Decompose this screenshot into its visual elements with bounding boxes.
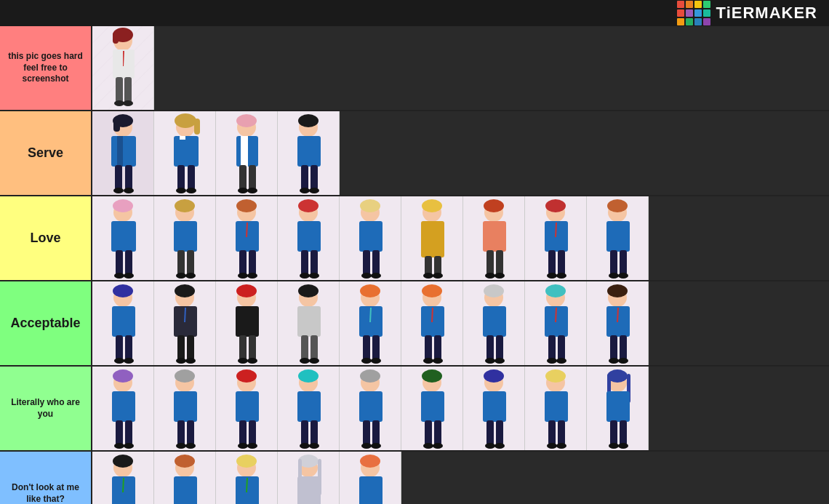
char-c4 [278,281,340,365]
svg-point-277 [113,455,133,468]
svg-rect-253 [486,420,494,445]
char-d8 [525,367,587,450]
svg-rect-71 [239,250,247,275]
header: TiERMAKER [0,0,829,26]
logo-cell [677,18,684,25]
svg-point-77 [298,199,319,212]
svg-rect-119 [606,221,630,252]
svg-point-174 [433,358,443,364]
svg-point-49 [309,188,319,193]
svg-point-211 [175,369,195,383]
char-b2 [154,196,216,280]
svg-rect-63 [187,250,194,275]
svg-rect-287 [174,476,197,504]
svg-rect-212 [174,391,197,422]
svg-point-191 [556,358,566,364]
svg-point-231 [300,443,310,449]
svg-point-32 [186,188,196,193]
svg-rect-55 [125,250,132,275]
svg-point-65 [185,273,196,279]
svg-point-256 [494,443,505,449]
svg-rect-189 [558,335,565,360]
char-d4 [278,367,340,450]
svg-rect-104 [496,250,503,275]
tier-label-e: Don't look at me like that? [0,452,91,504]
svg-point-181 [485,358,495,364]
svg-rect-197 [610,335,617,360]
svg-rect-188 [548,335,556,360]
svg-point-248 [433,443,443,449]
svg-point-11 [123,100,133,106]
svg-rect-171 [425,335,432,360]
svg-rect-129 [125,335,132,360]
logo-cell [677,1,684,8]
svg-point-143 [236,284,257,297]
tiermaker-logo: TiERMAKER [677,1,817,25]
svg-rect-245 [425,420,432,445]
svg-point-60 [175,199,195,212]
char-c5 [340,281,401,365]
tier-row-b: Love [0,196,829,281]
logo-cell [703,9,710,17]
svg-rect-272 [620,420,627,445]
svg-rect-38 [239,165,247,190]
svg-rect-103 [486,250,494,275]
char-b6 [401,196,463,280]
svg-point-114 [547,273,557,279]
char-a2 [154,111,216,195]
logo-cell [677,9,684,17]
svg-point-134 [175,284,195,297]
tier-label-a: Serve [0,111,91,195]
svg-rect-238 [372,420,380,445]
char-e4 [278,452,340,504]
svg-rect-246 [434,420,441,445]
svg-rect-271 [610,420,617,445]
char-c9 [587,281,649,365]
svg-rect-213 [177,420,185,445]
svg-point-156 [309,358,319,364]
svg-point-151 [298,284,319,297]
svg-point-251 [484,369,504,383]
svg-rect-72 [249,250,256,275]
svg-rect-45 [297,136,321,167]
svg-point-194 [607,284,628,297]
svg-rect-88 [372,250,380,275]
svg-rect-314 [359,476,383,504]
svg-rect-137 [177,335,185,360]
svg-point-74 [247,273,257,279]
char-b3 [216,196,278,280]
svg-rect-46 [301,165,308,190]
svg-rect-236 [359,391,383,422]
svg-rect-30 [188,165,195,190]
svg-rect-138 [187,335,194,360]
svg-rect-153 [301,335,308,360]
svg-point-165 [371,358,381,364]
svg-point-52 [113,199,133,212]
svg-point-208 [124,443,134,449]
svg-rect-96 [434,256,441,275]
char-d2 [154,367,216,450]
svg-rect-37 [241,136,248,167]
svg-point-126 [113,284,133,297]
svg-point-173 [423,358,433,364]
svg-rect-154 [311,335,318,360]
svg-rect-8 [116,77,123,103]
svg-point-227 [298,369,319,383]
svg-rect-113 [558,250,565,275]
svg-point-232 [309,443,319,449]
svg-point-223 [238,443,248,449]
svg-point-89 [361,273,372,279]
logo-cell [694,18,702,25]
char-c7 [463,281,525,365]
logo-cell [686,18,693,25]
svg-rect-254 [496,420,503,445]
svg-point-177 [484,284,504,297]
svg-rect-146 [249,335,256,360]
svg-point-273 [609,443,619,449]
char-a3 [216,111,278,195]
char-e1 [92,452,154,504]
svg-point-264 [556,443,566,449]
svg-rect-261 [548,420,556,445]
svg-rect-87 [363,250,370,275]
svg-point-190 [547,358,557,364]
